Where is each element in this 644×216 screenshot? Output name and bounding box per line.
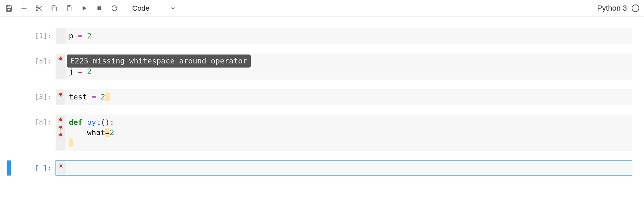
- scissors-icon: [35, 4, 43, 12]
- restart-button[interactable]: [107, 1, 122, 15]
- lint-error-icon[interactable]: [59, 125, 63, 129]
- notebook-cell[interactable]: [8]:def pyt(): what=2: [7, 115, 632, 151]
- cut-button[interactable]: [32, 1, 47, 15]
- editor-gutter: [56, 54, 65, 79]
- cell-type-dropdown[interactable]: Code: [129, 1, 179, 15]
- plus-icon: [20, 4, 28, 12]
- notebook-cell[interactable]: [1]:p = 2: [7, 28, 632, 44]
- lint-error-icon[interactable]: [59, 57, 63, 61]
- code-content[interactable]: p = 2: [65, 28, 632, 44]
- clipboard-icon: [65, 4, 73, 12]
- cell-active-bar: [7, 160, 11, 176]
- copy-button[interactable]: [47, 1, 62, 15]
- lint-error-icon[interactable]: [59, 164, 63, 168]
- code-editor[interactable]: p = 2: [55, 28, 632, 44]
- cell-active-bar: [7, 53, 11, 80]
- add-cell-button[interactable]: [16, 1, 32, 15]
- code-editor[interactable]: test = 2: [55, 89, 632, 105]
- code-content[interactable]: test = 2: [65, 89, 632, 105]
- cell-prompt: [8]:: [11, 115, 55, 126]
- stop-icon: [96, 4, 103, 12]
- paste-button[interactable]: [62, 1, 77, 15]
- copy-icon: [50, 4, 58, 12]
- notebook-cell[interactable]: [ ]:: [7, 160, 632, 176]
- cell-active-bar: [7, 115, 11, 151]
- code-content[interactable]: def pyt(): what=2: [65, 115, 632, 151]
- play-icon: [80, 4, 88, 12]
- lint-error-icon[interactable]: [59, 118, 63, 122]
- save-button[interactable]: [1, 1, 16, 15]
- notebook-cell[interactable]: [3]:test = 2: [7, 89, 632, 105]
- cell-prompt: [1]:: [11, 28, 55, 40]
- notebook-area: [1]:p = 2[5]: j = 2E225 missing whitespa…: [0, 16, 644, 176]
- svg-rect-6: [98, 6, 101, 10]
- svg-rect-3: [53, 7, 57, 11]
- notebook-cell[interactable]: [5]: j = 2E225 missing whitespace around…: [7, 53, 632, 80]
- editor-gutter: [56, 161, 66, 175]
- stop-button[interactable]: [92, 1, 107, 15]
- cell-active-bar: [7, 89, 11, 105]
- svg-point-2: [36, 9, 38, 11]
- svg-rect-0: [7, 8, 10, 10]
- editor-gutter: [56, 89, 65, 105]
- lint-error-icon[interactable]: [59, 92, 63, 96]
- code-editor[interactable]: j = 2E225 missing whitespace around oper…: [55, 53, 632, 80]
- kernel-name: Python 3: [597, 4, 627, 13]
- editor-gutter: [56, 28, 65, 44]
- svg-point-1: [36, 5, 38, 8]
- code-editor[interactable]: def pyt(): what=2: [55, 115, 632, 151]
- toolbar: Code Python 3: [0, 0, 644, 16]
- run-button[interactable]: [77, 1, 92, 15]
- editor-gutter: [56, 115, 65, 151]
- code-content[interactable]: [66, 161, 632, 175]
- cell-type-label: Code: [132, 4, 149, 12]
- cell-prompt: [ ]:: [11, 160, 55, 172]
- code-editor[interactable]: [55, 160, 632, 176]
- kernel-status-idle-icon: [632, 4, 639, 12]
- cell-active-bar: [7, 28, 11, 44]
- cell-prompt: [5]:: [11, 53, 55, 65]
- save-icon: [5, 4, 13, 12]
- cell-prompt: [3]:: [11, 89, 55, 101]
- chevron-down-icon: [170, 5, 176, 11]
- restart-icon: [111, 4, 118, 12]
- kernel-indicator[interactable]: Python 3: [597, 4, 641, 13]
- lint-error-icon[interactable]: [59, 133, 63, 137]
- lint-tooltip: E225 missing whitespace around operator: [67, 55, 251, 68]
